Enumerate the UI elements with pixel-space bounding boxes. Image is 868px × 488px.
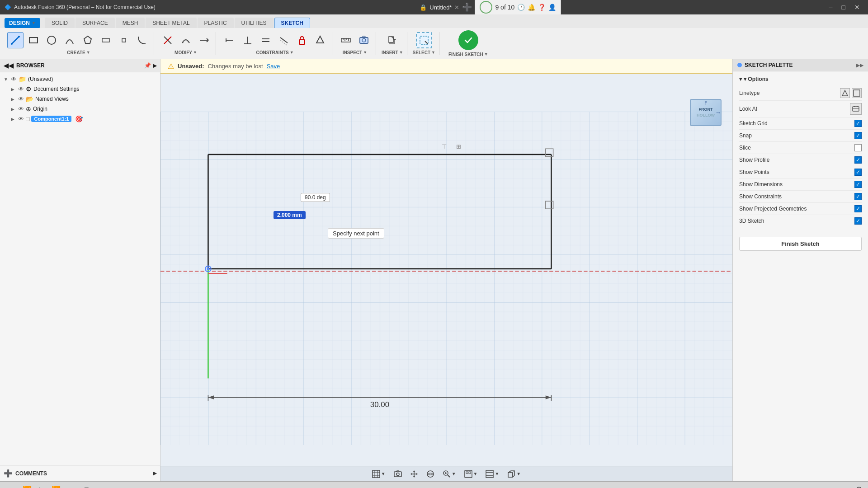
tab-plastic[interactable]: PLASTIC [198,18,234,28]
tree-item-doc-settings[interactable]: ▶ 👁 ⚙ Document Settings [0,84,160,94]
horizontal-constraint-button[interactable] [222,32,238,48]
design-dropdown-button[interactable]: DESIGN ▼ [5,18,40,28]
line-tool-button[interactable] [7,32,24,48]
canvas-container[interactable]: ⚠ Unsaved: Changes may be lost Save [160,59,732,481]
look-at-button[interactable] [850,103,862,115]
add-comment-icon[interactable]: ➕ [4,469,13,478]
design-dropdown-arrow: ▼ [32,21,36,25]
play-button[interactable]: ▶ [36,484,47,488]
sketch-photo-button[interactable] [356,32,372,48]
modify-tools [160,32,212,48]
tab-sketch[interactable]: SKETCH [274,18,310,28]
tree-item-origin[interactable]: ▶ 👁 ⊕ Origin [0,104,160,114]
sketch-grid-checkbox[interactable]: ✓ [854,120,862,127]
save-link[interactable]: Save [267,63,280,70]
timeline-icon[interactable]: ≡ [84,485,89,488]
zoom-button[interactable]: ▼ [439,469,459,479]
viewcube-front-label: FRONT [697,107,715,113]
sketch-canvas[interactable]: 30.00 ⊤ ⊞ 90.0 deg 2.000 mm S [160,75,732,481]
tree-expand-root[interactable]: ▼ [4,77,9,82]
browser-pin-icon[interactable]: 📌 [144,62,151,69]
tree-item-component[interactable]: ▶ 👁 □ Component1:1 🎯 [0,114,160,124]
measure-button[interactable] [338,32,354,48]
pan-button[interactable] [407,469,421,479]
tab-mesh[interactable]: MESH [116,18,145,28]
linetype-solid-button[interactable] [840,88,850,98]
modify-dropdown-arrow[interactable]: ▼ [193,50,197,55]
inspect-dropdown-arrow[interactable]: ▼ [363,50,367,55]
arc-tool-button[interactable] [61,32,78,48]
select-dropdown-arrow[interactable]: ▼ [431,50,435,55]
comments-expand-icon[interactable]: ▶ [153,470,156,476]
browser-collapse-icon[interactable]: ◀◀ [4,62,14,69]
view-cube-button[interactable]: ▼ [504,469,524,479]
extend-button[interactable] [196,32,212,48]
palette-expand-icon[interactable]: ▶▶ [856,62,863,68]
settings-icon[interactable]: ⚙ [855,485,863,488]
tree-item-named-views[interactable]: ▶ 👁 📂 Named Views [0,94,160,104]
polygon-tool-button[interactable] [80,32,96,48]
equal-constraint-button[interactable] [258,32,274,48]
maximize-button[interactable]: □ [838,3,849,12]
show-dimensions-checkbox[interactable]: ✓ [854,181,862,188]
browser-expand-icon[interactable]: ▶ [153,63,156,69]
minimize-button[interactable]: – [826,3,836,12]
slice-checkbox[interactable] [854,144,862,151]
show-profile-checkbox[interactable]: ✓ [854,156,862,164]
fit-view-button[interactable]: ▼ [369,469,389,479]
dimension-tool-button[interactable] [98,32,114,48]
lock-constraint-button[interactable] [294,32,310,48]
snap-checkbox[interactable]: ✓ [854,132,862,139]
eye-icon-component[interactable]: 👁 [18,116,24,122]
orbit-button[interactable] [423,469,438,479]
component-target-icon[interactable]: 🎯 [75,115,83,122]
point-tool-button[interactable] [116,32,132,48]
tab-surface[interactable]: SURFACE [75,18,115,28]
circle-tool-button[interactable] [43,32,60,48]
finish-sketch-ribbon-button[interactable] [458,30,478,50]
insert-dropdown-arrow[interactable]: ▼ [399,50,403,55]
insert-dxf-button[interactable] [384,32,401,48]
show-projected-checkbox[interactable]: ✓ [854,205,862,212]
add-document-icon[interactable]: ➕ [462,2,472,12]
finish-sketch-dropdown-arrow[interactable]: ▼ [484,52,488,56]
constraints-dropdown-arrow[interactable]: ▼ [290,50,294,55]
last-frame-button[interactable]: ⏭ [65,485,78,488]
tab-solid[interactable]: SOLID [45,18,75,28]
eye-icon-origin[interactable]: 👁 [18,106,24,113]
eye-icon-root[interactable]: 👁 [11,76,17,83]
tree-item-root[interactable]: ▼ 👁 📁 (Unsaved) [0,74,160,84]
offset-button[interactable] [178,32,194,48]
display-settings-button[interactable]: ▼ [461,469,481,479]
tab-utilities[interactable]: UTILITIES [235,18,274,28]
close-button[interactable]: ✕ [851,3,863,12]
trim-button[interactable] [160,32,176,48]
tab-sheet-metal[interactable]: SHEET METAL [146,18,196,28]
show-constraints-checkbox[interactable]: ✓ [854,193,862,200]
viewcube[interactable]: FRONT HOLLOW ⤒ ⤑ [690,99,726,131]
eye-icon-views[interactable]: 👁 [18,96,24,103]
svg-rect-56 [373,470,380,478]
parallel-constraint-button[interactable] [276,32,292,48]
tangent-constraint-button[interactable] [312,32,328,48]
first-frame-button[interactable]: ⏮ [5,485,18,488]
grid-settings-button[interactable]: ▼ [482,469,502,479]
show-points-checkbox[interactable]: ✓ [854,169,862,176]
viewcube-box[interactable]: FRONT HOLLOW ⤒ ⤑ [690,99,722,126]
fillet-tool-button[interactable] [134,32,150,48]
linetype-dashed-button[interactable] [852,88,862,98]
title-left: 🔷 Autodesk Fusion 360 (Personal – Not fo… [5,4,156,10]
dimension-tooltip[interactable]: 2.000 mm [274,211,306,219]
next-frame-button[interactable]: ⏩ [49,484,63,488]
eye-icon-doc[interactable]: 👁 [18,86,24,93]
create-dropdown-arrow[interactable]: ▼ [86,50,90,55]
options-collapse-icon[interactable]: ▾ [739,76,742,82]
prev-frame-button[interactable]: ⏪ [20,484,34,488]
3d-sketch-checkbox[interactable]: ✓ [854,217,862,225]
perpendicular-constraint-button[interactable] [240,32,256,48]
inspect-section-label: INSPECT ▼ [343,50,367,55]
rectangle-tool-button[interactable] [25,32,42,48]
finish-sketch-panel-button[interactable]: Finish Sketch [739,237,862,251]
selection-filter-button[interactable] [416,32,432,48]
snapshot-button[interactable] [391,469,405,479]
